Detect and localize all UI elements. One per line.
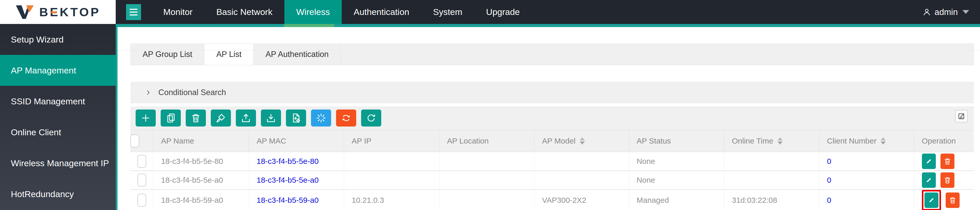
sort-icon[interactable] [881,137,886,145]
toolbar-led-button[interactable] [311,109,331,126]
nav-items: MonitorBasic NetworkWirelessAuthenticati… [151,0,531,24]
trash-icon [191,113,201,123]
client-number-cell-link[interactable]: 0 [827,196,832,204]
ap-model-cell [534,152,629,171]
brush-icon [216,113,226,123]
chevron-right-icon [145,89,152,96]
edit-columns-icon [958,112,965,120]
brand-logo-text: BEKTOP [39,4,100,21]
row-checkbox[interactable] [137,174,146,186]
client-number-cell: 0 [819,171,914,189]
delete-button[interactable] [940,153,955,169]
menu-toggle-button[interactable] [126,4,141,20]
toolbar-refresh-button[interactable] [361,109,381,126]
tab-ap-list[interactable]: AP List [204,44,254,65]
column-label: AP IP [352,137,371,145]
tab-ap-authentication[interactable]: AP Authentication [254,44,341,65]
tab-strip: AP Group ListAP ListAP Authentication [130,44,974,65]
trash-icon [943,158,951,165]
ap-mac-cell: 18-c3-f4-b5-5e-a0 [249,171,344,189]
ap-location-cell [439,189,534,210]
column-header-ap-ip: AP IP [344,130,439,152]
column-header-client-number: Client Number [819,130,914,152]
sidebar-item-hotredundancy[interactable]: HotRedundancy [0,178,116,210]
column-settings-button[interactable] [955,110,967,122]
column-label: Client Number [827,137,877,145]
delete-button[interactable] [946,193,959,208]
toolbar-delete-button[interactable] [186,109,206,126]
ap-mac-cell-link[interactable]: 18-c3-f4-b5-59-a0 [257,196,319,204]
toolbar-download-button[interactable] [261,109,281,126]
chevron-down-icon [963,10,969,14]
table-header-row: AP NameAP MACAP IPAP LocationAP ModelAP … [130,130,974,152]
ap-mac-cell-link[interactable]: 18-c3-f4-b5-5e-a0 [257,176,319,184]
toolbar-restart-button[interactable] [336,109,356,126]
column-label: AP Location [447,137,489,145]
column-header-ap-location: AP Location [439,130,534,152]
row-checkbox[interactable] [137,155,146,168]
column-label: AP Name [161,137,194,145]
sync-icon [341,113,351,123]
conditional-search-toggle[interactable]: Conditional Search [130,82,974,103]
column-header-ap-name: AP Name [153,130,249,152]
row-select-cell [130,189,153,210]
nav-item-authentication[interactable]: Authentication [342,0,421,24]
ap-model-cell: VAP300-2X2 [534,189,629,210]
sort-icon[interactable] [778,137,783,145]
highlight-box [922,190,941,210]
delete-button[interactable] [940,172,955,188]
ap-location-cell [439,152,534,171]
conditional-search-label: Conditional Search [158,88,226,97]
client-number-cell: 0 [819,189,914,210]
row-checkbox[interactable] [137,194,146,207]
row-select-cell [130,152,153,171]
sort-icon[interactable] [580,137,585,145]
ap-name-cell: 18-c3-f4-b5-59-a0 [153,189,249,210]
column-header-ap-model: AP Model [534,130,629,152]
pencil-icon [925,176,933,184]
toolbar-add-button[interactable] [135,109,156,126]
table-row: 18-c3-f4-b5-59-a018-c3-f4-b5-59-a010.21.… [130,189,974,210]
toolbar-export-config-button[interactable] [286,109,306,126]
person-icon [922,8,931,17]
select-all-checkbox[interactable] [130,134,139,147]
trash-icon [943,176,951,184]
nav-item-monitor[interactable]: Monitor [151,0,204,24]
toolbar-copy-button[interactable] [161,109,181,126]
column-label: AP MAC [257,137,286,145]
copy-icon [165,113,176,123]
ap-name-cell: 18-c3-f4-b5-5e-80 [153,152,249,171]
tab-ap-group-list[interactable]: AP Group List [131,44,204,65]
online-time-cell [724,152,819,171]
top-navbar: MonitorBasic NetworkWirelessAuthenticati… [116,0,980,24]
online-time-cell [724,171,819,189]
accent-bar-active-segment [284,24,334,27]
client-number-cell-link[interactable]: 0 [827,157,832,166]
sidebar-item-online-client[interactable]: Online Client [0,117,116,148]
nav-item-upgrade[interactable]: Upgrade [474,0,531,24]
ap-status-cell: None [629,171,724,189]
edit-button[interactable] [924,193,939,208]
toolbar-clean-button[interactable] [211,109,231,126]
edit-button[interactable] [922,153,936,169]
upload-icon [241,113,251,123]
sidebar-item-wireless-management-ip[interactable]: Wireless Management IP [0,148,116,178]
nav-item-basic-network[interactable]: Basic Network [204,0,284,24]
client-number-cell-link[interactable]: 0 [827,176,832,184]
ap-ip-cell [344,171,439,189]
nav-item-wireless[interactable]: Wireless [285,0,342,24]
toolbar-upload-button[interactable] [236,109,256,126]
logo-accent-bar [51,11,57,13]
column-header-ap-mac: AP MAC [249,130,344,152]
select-all-header-cell [130,130,153,152]
pencil-icon [925,158,933,165]
nav-item-system[interactable]: System [421,0,474,24]
file-gear-icon [291,113,301,123]
sidebar-item-setup-wizard[interactable]: Setup Wizard [0,24,116,55]
sidebar-item-ap-management[interactable]: AP Management [0,55,116,86]
spinner-icon [316,113,326,123]
ap-mac-cell-link[interactable]: 18-c3-f4-b5-5e-80 [257,157,319,166]
user-menu[interactable]: admin [922,7,969,17]
sidebar-item-ssid-management[interactable]: SSID Management [0,86,116,117]
edit-button[interactable] [922,172,936,188]
